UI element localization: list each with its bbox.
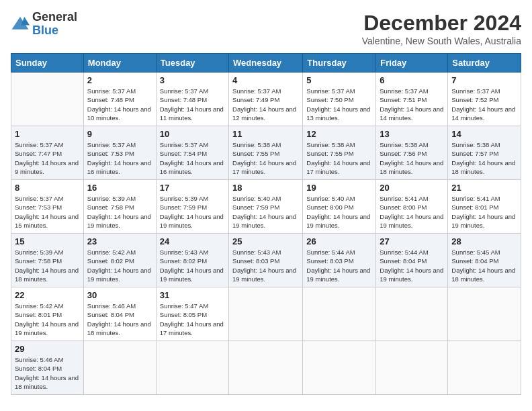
day-number: 25	[232, 236, 299, 246]
calendar-day-cell: 6Sunrise: 5:37 AMSunset: 7:51 PMDaylight…	[376, 73, 448, 126]
day-number: 13	[380, 129, 444, 139]
day-info: Sunrise: 5:37 AMSunset: 7:52 PMDaylight:…	[451, 87, 517, 122]
day-number: 3	[160, 75, 225, 85]
day-info: Sunrise: 5:44 AMSunset: 8:04 PMDaylight:…	[380, 248, 444, 283]
day-info: Sunrise: 5:38 AMSunset: 7:57 PMDaylight:…	[451, 140, 517, 176]
calendar-day-cell: 11Sunrise: 5:38 AMSunset: 7:55 PMDayligh…	[229, 126, 303, 180]
logo-text: General Blue	[32, 11, 77, 38]
day-number: 26	[306, 236, 372, 246]
day-number: 16	[87, 183, 152, 193]
title-section: December 2024 Valentine, New South Wales…	[362, 11, 521, 46]
calendar-day-cell	[156, 341, 228, 395]
calendar-week-row: 22Sunrise: 5:42 AMSunset: 8:01 PMDayligh…	[11, 287, 521, 341]
day-number: 15	[15, 236, 80, 246]
logo-icon	[11, 15, 30, 34]
day-number: 28	[451, 236, 517, 246]
day-info: Sunrise: 5:39 AMSunset: 7:58 PMDaylight:…	[15, 248, 80, 283]
day-info: Sunrise: 5:43 AMSunset: 8:03 PMDaylight:…	[232, 248, 299, 283]
calendar-day-cell: 4Sunrise: 5:37 AMSunset: 7:49 PMDaylight…	[229, 73, 303, 126]
calendar-day-cell	[376, 341, 448, 395]
calendar-day-cell: 26Sunrise: 5:44 AMSunset: 8:03 PMDayligh…	[303, 234, 376, 287]
day-number: 17	[160, 183, 225, 193]
logo-blue: Blue	[32, 24, 77, 38]
day-info: Sunrise: 5:40 AMSunset: 8:00 PMDaylight:…	[306, 194, 372, 230]
day-info: Sunrise: 5:39 AMSunset: 7:59 PMDaylight:…	[160, 194, 225, 230]
day-number: 27	[380, 236, 444, 246]
col-thursday: Thursday	[303, 54, 376, 73]
logo: General Blue	[11, 11, 77, 38]
day-info: Sunrise: 5:40 AMSunset: 7:59 PMDaylight:…	[232, 194, 299, 230]
logo-general: General	[32, 11, 77, 24]
calendar-day-cell: 18Sunrise: 5:40 AMSunset: 7:59 PMDayligh…	[229, 180, 303, 234]
calendar-day-cell: 27Sunrise: 5:44 AMSunset: 8:04 PMDayligh…	[376, 234, 448, 287]
day-number: 12	[306, 129, 372, 139]
calendar-day-cell	[11, 73, 84, 126]
day-info: Sunrise: 5:37 AMSunset: 7:49 PMDaylight:…	[232, 87, 299, 122]
day-number: 29	[15, 344, 80, 354]
day-info: Sunrise: 5:46 AMSunset: 8:04 PMDaylight:…	[87, 302, 152, 337]
calendar-day-cell: 3Sunrise: 5:37 AMSunset: 7:48 PMDaylight…	[156, 73, 228, 126]
calendar-day-cell: 1Sunrise: 5:37 AMSunset: 7:47 PMDaylight…	[11, 126, 84, 180]
day-number: 20	[380, 183, 444, 193]
calendar-day-cell: 7Sunrise: 5:37 AMSunset: 7:52 PMDaylight…	[448, 73, 521, 126]
day-info: Sunrise: 5:37 AMSunset: 7:48 PMDaylight:…	[160, 87, 225, 122]
col-wednesday: Wednesday	[229, 54, 303, 73]
calendar-day-cell	[376, 287, 448, 341]
calendar-day-cell: 31Sunrise: 5:47 AMSunset: 8:05 PMDayligh…	[156, 287, 228, 341]
day-number: 31	[160, 290, 225, 300]
day-number: 22	[15, 290, 80, 300]
calendar-day-cell	[303, 287, 376, 341]
calendar-day-cell: 8Sunrise: 5:37 AMSunset: 7:53 PMDaylight…	[11, 180, 84, 234]
calendar-day-cell: 12Sunrise: 5:38 AMSunset: 7:55 PMDayligh…	[303, 126, 376, 180]
day-info: Sunrise: 5:37 AMSunset: 7:53 PMDaylight:…	[87, 140, 152, 176]
calendar-day-cell: 24Sunrise: 5:43 AMSunset: 8:02 PMDayligh…	[156, 234, 228, 287]
day-info: Sunrise: 5:45 AMSunset: 8:04 PMDaylight:…	[451, 248, 517, 283]
day-info: Sunrise: 5:37 AMSunset: 7:51 PMDaylight:…	[380, 87, 444, 122]
calendar-day-cell: 5Sunrise: 5:37 AMSunset: 7:50 PMDaylight…	[303, 73, 376, 126]
day-number: 2	[87, 75, 152, 85]
month-title: December 2024	[362, 11, 521, 36]
day-number: 21	[451, 183, 517, 193]
day-info: Sunrise: 5:37 AMSunset: 7:48 PMDaylight:…	[87, 87, 152, 122]
calendar-day-cell: 25Sunrise: 5:43 AMSunset: 8:03 PMDayligh…	[229, 234, 303, 287]
calendar-day-cell	[229, 287, 303, 341]
calendar-day-cell: 21Sunrise: 5:41 AMSunset: 8:01 PMDayligh…	[448, 180, 521, 234]
calendar-header-row: Sunday Monday Tuesday Wednesday Thursday…	[11, 54, 521, 73]
calendar-day-cell: 22Sunrise: 5:42 AMSunset: 8:01 PMDayligh…	[11, 287, 84, 341]
calendar-day-cell: 9Sunrise: 5:37 AMSunset: 7:53 PMDaylight…	[83, 126, 156, 180]
col-tuesday: Tuesday	[156, 54, 228, 73]
calendar-table: Sunday Monday Tuesday Wednesday Thursday…	[11, 53, 521, 395]
day-number: 5	[306, 75, 372, 85]
calendar-week-row: 29Sunrise: 5:46 AMSunset: 8:04 PMDayligh…	[11, 341, 521, 395]
day-info: Sunrise: 5:38 AMSunset: 7:56 PMDaylight:…	[380, 140, 444, 176]
day-info: Sunrise: 5:37 AMSunset: 7:50 PMDaylight:…	[306, 87, 372, 122]
col-saturday: Saturday	[448, 54, 521, 73]
day-info: Sunrise: 5:42 AMSunset: 8:02 PMDaylight:…	[87, 248, 152, 283]
day-number: 8	[15, 183, 80, 193]
calendar-day-cell: 14Sunrise: 5:38 AMSunset: 7:57 PMDayligh…	[448, 126, 521, 180]
day-info: Sunrise: 5:38 AMSunset: 7:55 PMDaylight:…	[232, 140, 299, 176]
day-number: 30	[87, 290, 152, 300]
calendar-day-cell: 15Sunrise: 5:39 AMSunset: 7:58 PMDayligh…	[11, 234, 84, 287]
day-info: Sunrise: 5:37 AMSunset: 7:53 PMDaylight:…	[15, 194, 80, 230]
calendar-day-cell	[448, 341, 521, 395]
day-info: Sunrise: 5:41 AMSunset: 8:00 PMDaylight:…	[380, 194, 444, 230]
day-number: 11	[232, 129, 299, 139]
calendar-day-cell	[303, 341, 376, 395]
day-info: Sunrise: 5:47 AMSunset: 8:05 PMDaylight:…	[160, 302, 225, 337]
col-friday: Friday	[376, 54, 448, 73]
calendar-day-cell: 30Sunrise: 5:46 AMSunset: 8:04 PMDayligh…	[83, 287, 156, 341]
calendar-day-cell	[229, 341, 303, 395]
calendar-day-cell	[83, 341, 156, 395]
day-info: Sunrise: 5:43 AMSunset: 8:02 PMDaylight:…	[160, 248, 225, 283]
calendar-day-cell: 23Sunrise: 5:42 AMSunset: 8:02 PMDayligh…	[83, 234, 156, 287]
day-info: Sunrise: 5:44 AMSunset: 8:03 PMDaylight:…	[306, 248, 372, 283]
calendar-week-row: 2Sunrise: 5:37 AMSunset: 7:48 PMDaylight…	[11, 73, 521, 126]
day-number: 23	[87, 236, 152, 246]
calendar-day-cell: 17Sunrise: 5:39 AMSunset: 7:59 PMDayligh…	[156, 180, 228, 234]
calendar-day-cell: 28Sunrise: 5:45 AMSunset: 8:04 PMDayligh…	[448, 234, 521, 287]
day-number: 1	[15, 129, 80, 139]
day-info: Sunrise: 5:42 AMSunset: 8:01 PMDaylight:…	[15, 302, 80, 337]
day-number: 18	[232, 183, 299, 193]
col-monday: Monday	[83, 54, 156, 73]
